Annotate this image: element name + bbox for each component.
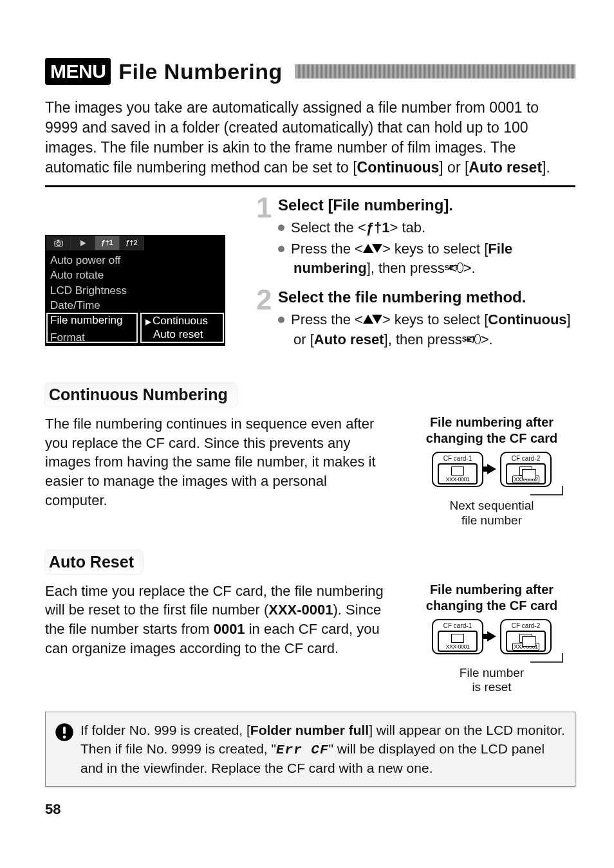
auto-reset-figure: File numbering after changing the CF car… bbox=[408, 582, 575, 696]
image-icon bbox=[451, 466, 464, 476]
figure-title-line1: File numbering after bbox=[430, 415, 554, 429]
step-2-title: Select the file numbering method. bbox=[278, 288, 575, 306]
lcd-pointer-icon: ▶ bbox=[145, 317, 151, 326]
continuous-description: The file numbering continues in sequence… bbox=[45, 414, 391, 510]
figure-title-line2: changing the CF card bbox=[426, 598, 557, 613]
svg-point-6 bbox=[63, 735, 66, 739]
cf-card-2: CF card-2 XXX-0001 bbox=[500, 619, 552, 654]
playback-icon bbox=[78, 238, 88, 248]
up-down-keys-icon bbox=[363, 244, 382, 253]
cf-card-1-label: CF card-1 bbox=[443, 622, 472, 629]
lcd-option-auto-reset: Auto reset bbox=[145, 328, 219, 341]
leader-line-icon bbox=[530, 653, 569, 669]
camera-lcd-menu: ƒ†1 ƒ†2 Auto power off Auto rotate LCD B… bbox=[45, 235, 225, 346]
option-continuous: Continuous bbox=[488, 311, 566, 328]
cf-card-1-filename: XXX-0001 bbox=[445, 476, 469, 483]
page-title-row: MENU File Numbering bbox=[45, 58, 575, 85]
leader-line-icon bbox=[530, 486, 569, 501]
title-decorative-bar bbox=[295, 64, 575, 78]
warning-note: If folder No. 999 is created, [Folder nu… bbox=[45, 712, 575, 787]
camera-icon bbox=[53, 238, 64, 248]
caption-line1: Next sequential bbox=[450, 499, 534, 512]
page-title: File Numbering bbox=[118, 59, 282, 84]
lcd-item-lcd-brightness: LCD Brightness bbox=[46, 283, 224, 298]
figure-title-line2: changing the CF card bbox=[426, 431, 557, 445]
heading-continuous-numbering: Continuous Numbering bbox=[45, 383, 237, 407]
image-stack-icon bbox=[519, 634, 532, 643]
lcd-item-auto-power-off: Auto power off bbox=[46, 253, 224, 268]
step-1-bullet-1: Select the <ƒ†1> tab. bbox=[278, 218, 575, 237]
step-1-number: 1 bbox=[256, 196, 272, 279]
option-auto-reset: Auto reset bbox=[314, 331, 384, 347]
intro-end: ]. bbox=[542, 159, 550, 176]
svg-rect-2 bbox=[57, 240, 59, 241]
step-1-bullet-2: Press the <> keys to select [File number… bbox=[278, 239, 575, 279]
cf-card-1-label: CF card-1 bbox=[443, 455, 472, 462]
cf-card-1: CF card-1 XXX-0001 bbox=[432, 619, 483, 654]
menu-badge: MENU bbox=[45, 58, 111, 85]
image-icon bbox=[451, 634, 464, 643]
intro-mid: ] or [ bbox=[439, 159, 469, 176]
up-down-keys-icon bbox=[363, 315, 382, 324]
filename-pattern: XXX-0001 bbox=[268, 602, 333, 618]
err-cf-message: Err CF bbox=[276, 743, 329, 757]
lcd-tab-setup2: ƒ†2 bbox=[120, 236, 144, 250]
cf-card-1: CF card-1 XXX-0001 bbox=[432, 452, 483, 487]
start-number: 0001 bbox=[214, 621, 245, 637]
step-1: 1 Select [File numbering]. Select the <ƒ… bbox=[256, 196, 575, 279]
intro-option-continuous: Continuous bbox=[357, 159, 440, 176]
arrow-icon bbox=[487, 464, 496, 474]
warning-icon bbox=[55, 723, 74, 742]
caption-line2: is reset bbox=[472, 680, 511, 694]
auto-reset-description: Each time you replace the CF card, the f… bbox=[45, 582, 391, 658]
step-1-title: Select [File numbering]. bbox=[278, 196, 575, 214]
cf-card-2: CF card-2 XXX-0002 bbox=[500, 452, 552, 487]
svg-marker-3 bbox=[80, 241, 86, 246]
lcd-option-continuous: Continuous bbox=[153, 315, 208, 327]
figure-title-line1: File numbering after bbox=[430, 582, 554, 596]
lcd-tab-camera1 bbox=[46, 236, 71, 250]
separator-line bbox=[45, 185, 575, 187]
set-key-icon: SET bbox=[457, 263, 463, 273]
set-key-icon: SET bbox=[474, 334, 481, 344]
lcd-tab-playback bbox=[71, 236, 95, 250]
bullet-icon bbox=[278, 246, 284, 252]
step-2-number: 2 bbox=[256, 288, 272, 351]
lcd-tab-setup1: ƒ†1 bbox=[95, 236, 120, 250]
step-2: 2 Select the file numbering method. Pres… bbox=[256, 288, 575, 351]
page-number: 58 bbox=[45, 801, 575, 818]
heading-auto-reset: Auto Reset bbox=[45, 550, 143, 574]
lcd-item-auto-rotate: Auto rotate bbox=[46, 268, 224, 282]
cf-card-2-label: CF card-2 bbox=[512, 622, 540, 629]
svg-point-1 bbox=[57, 242, 60, 245]
caption-line2: file number bbox=[461, 513, 522, 527]
svg-rect-5 bbox=[63, 726, 66, 734]
lcd-file-numbering-options: ▶Continuous Auto reset bbox=[140, 313, 224, 343]
cf-card-1-filename: XXX-0001 bbox=[445, 643, 469, 650]
step-2-bullet-1: Press the <> keys to select [Continuous]… bbox=[278, 310, 575, 349]
lcd-item-date-time: Date/Time bbox=[46, 298, 224, 313]
bullet-icon bbox=[278, 225, 284, 231]
caption-line1: File number bbox=[460, 666, 524, 679]
tab-ref: ƒ†1 bbox=[366, 219, 390, 235]
intro-paragraph: The images you take are automatically as… bbox=[45, 98, 575, 178]
image-stack-icon bbox=[519, 466, 532, 476]
bullet-icon bbox=[278, 317, 284, 323]
cf-card-2-label: CF card-2 bbox=[512, 455, 540, 462]
folder-full-message: Folder number full bbox=[250, 723, 369, 737]
intro-option-autoreset: Auto reset bbox=[469, 159, 542, 176]
continuous-figure: File numbering after changing the CF car… bbox=[408, 414, 575, 528]
arrow-icon bbox=[487, 631, 496, 642]
